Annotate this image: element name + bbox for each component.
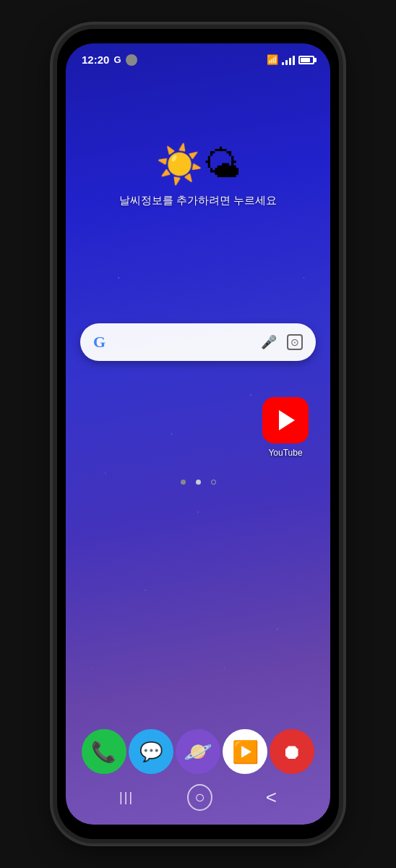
youtube-label: YouTube — [268, 448, 302, 458]
nav-dot-2 — [196, 480, 201, 485]
dock-samsung-internet[interactable]: 🪐 — [176, 729, 220, 774]
phone-icon-bg: 📞 — [82, 729, 126, 774]
status-bar: 12:20 G 📶 — [66, 43, 330, 70]
wifi-icon: 📶 — [267, 54, 278, 65]
youtube-app[interactable]: YouTube — [262, 397, 309, 458]
status-time: 12:20 — [82, 54, 109, 66]
screen-recorder-icon: ⏺ — [282, 740, 302, 764]
search-bar[interactable]: G 🎤 ⊙ — [80, 323, 316, 361]
phone-frame: 12:20 G 📶 ☀️🌤 날씨정보를 추가하려면 누르세요 — [57, 29, 339, 839]
dock-phone[interactable]: 📞 — [82, 729, 126, 774]
signal-bar-2 — [285, 60, 288, 65]
messages-icon-bg: 💬 — [129, 729, 173, 774]
weather-icon: ☀️🌤 — [156, 142, 241, 187]
signal-bar-4 — [293, 56, 295, 65]
home-apps: YouTube — [66, 397, 330, 458]
play-store-icon: ▶️ — [232, 739, 259, 765]
dock-play-store[interactable]: ▶️ — [223, 729, 267, 774]
signal-bars — [282, 55, 295, 65]
screen: 12:20 G 📶 ☀️🌤 날씨정보를 추가하려면 누르세요 — [66, 43, 330, 825]
nav-dots — [66, 480, 330, 485]
recents-button[interactable]: ||| — [109, 786, 144, 809]
youtube-play-triangle — [279, 410, 295, 430]
nav-bar: ||| ○ < — [66, 782, 330, 813]
status-left: 12:20 G — [82, 54, 137, 66]
mic-icon[interactable]: 🎤 — [261, 334, 277, 350]
weather-text: 날씨정보를 추가하려면 누르세요 — [119, 194, 277, 208]
carrier-dot — [126, 54, 137, 66]
search-right: 🎤 ⊙ — [261, 334, 303, 350]
youtube-icon-bg — [262, 397, 309, 443]
signal-bar-3 — [289, 58, 291, 65]
screen-recorder-icon-bg: ⏺ — [270, 729, 314, 774]
battery-fill — [301, 58, 310, 62]
phone-icon: 📞 — [91, 740, 116, 764]
samsung-internet-icon-bg: 🪐 — [176, 729, 220, 774]
status-right: 📶 — [267, 54, 314, 65]
home-button[interactable]: ○ — [187, 784, 212, 811]
google-g-icon: G — [93, 333, 106, 352]
search-left: G — [93, 333, 106, 352]
play-store-icon-bg: ▶️ — [223, 729, 267, 774]
dock-messages[interactable]: 💬 — [129, 729, 173, 774]
dock: 📞 💬 🪐 ▶️ — [66, 729, 330, 774]
back-button[interactable]: < — [256, 782, 287, 813]
dock-screen-recorder[interactable]: ⏺ — [270, 729, 314, 774]
nav-dot-3 — [211, 480, 216, 485]
nav-dot-1 — [181, 480, 186, 485]
signal-bar-1 — [282, 62, 284, 65]
messages-icon: 💬 — [139, 741, 163, 763]
samsung-internet-icon: 🪐 — [184, 738, 212, 765]
battery-icon — [298, 56, 314, 64]
carrier-indicator: G — [113, 54, 121, 65]
weather-widget[interactable]: ☀️🌤 날씨정보를 추가하려면 누르세요 — [66, 142, 330, 208]
lens-icon[interactable]: ⊙ — [287, 334, 303, 350]
